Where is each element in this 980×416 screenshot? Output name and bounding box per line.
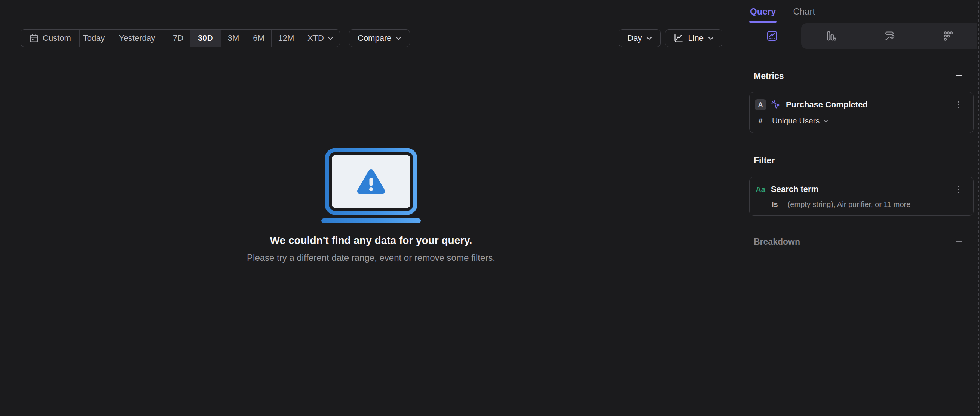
main-canvas: Custom Today Yesterday 7D 30D 3M 6M 12M … xyxy=(0,0,742,416)
add-metric-button[interactable] xyxy=(955,72,963,81)
report-tab-retention[interactable] xyxy=(919,23,977,49)
empty-state-title: We couldn't find any data for your query… xyxy=(270,234,473,247)
filter-values: (empty string), Air purifier, or 11 more xyxy=(788,200,911,209)
date-preset-label: Yesterday xyxy=(119,33,155,43)
date-preset-30d[interactable]: 30D xyxy=(190,30,221,47)
date-preset-custom[interactable]: Custom xyxy=(21,30,80,47)
filter-section-header: Filter xyxy=(749,154,974,167)
tab-query[interactable]: Query xyxy=(750,0,776,23)
filter-card[interactable]: Aa Search term Is (empty string), Air pu… xyxy=(749,177,974,216)
empty-state: We couldn't find any data for your query… xyxy=(0,148,742,263)
filter-operator: Is xyxy=(772,200,778,209)
series-letter-badge: A xyxy=(755,99,766,110)
plus-icon xyxy=(955,156,963,165)
date-preset-label: 6M xyxy=(253,33,264,43)
add-breakdown-button[interactable] xyxy=(955,237,963,247)
query-sidebar: Query Chart xyxy=(742,0,980,416)
sidebar-tabs: Query Chart xyxy=(743,0,980,23)
date-preset-6m[interactable]: 6M xyxy=(246,30,272,47)
add-filter-button[interactable] xyxy=(955,156,963,165)
granularity-button[interactable]: Day xyxy=(619,29,660,47)
query-builder: Metrics A xyxy=(743,49,980,248)
report-tab-insights[interactable] xyxy=(743,23,801,49)
date-preset-label: 7D xyxy=(173,33,183,43)
date-preset-3m[interactable]: 3M xyxy=(221,30,246,47)
sidebar-scrollbar[interactable] xyxy=(978,2,979,414)
breakdown-header-label: Breakdown xyxy=(754,237,800,247)
filter-header-label: Filter xyxy=(754,156,775,166)
date-preset-yesterday[interactable]: Yesterday xyxy=(108,30,166,47)
flows-icon xyxy=(884,30,895,41)
filter-kebab-menu[interactable] xyxy=(956,184,961,194)
chart-type-button[interactable]: Line xyxy=(665,29,722,47)
empty-state-subtitle: Please try a different date range, event… xyxy=(247,252,495,263)
date-preset-12m[interactable]: 12M xyxy=(272,30,301,47)
tab-chart[interactable]: Chart xyxy=(793,0,815,23)
metric-event-name: Purchase Completed xyxy=(786,100,868,110)
chevron-down-icon xyxy=(328,37,333,40)
chevron-down-icon xyxy=(708,37,714,40)
date-preset-today[interactable]: Today xyxy=(80,30,108,47)
aggregation-symbol: # xyxy=(755,117,766,125)
granularity-label: Day xyxy=(627,33,642,43)
app-root: Custom Today Yesterday 7D 30D 3M 6M 12M … xyxy=(0,0,980,416)
event-cursor-icon xyxy=(771,100,781,110)
toolbar-left-group: Custom Today Yesterday 7D 30D 3M 6M 12M … xyxy=(21,29,410,47)
calendar-icon xyxy=(29,33,39,43)
date-preset-xtd[interactable]: XTD xyxy=(301,30,340,47)
compare-button[interactable]: Compare xyxy=(349,29,410,47)
chevron-down-icon xyxy=(646,37,652,40)
metric-row-aggregation[interactable]: # Unique Users xyxy=(755,116,961,126)
filter-row-main: Aa Search term xyxy=(755,183,961,196)
plus-icon xyxy=(955,237,963,247)
filter-property-name: Search term xyxy=(771,185,818,194)
line-chart-icon xyxy=(674,33,683,43)
date-preset-label: 30D xyxy=(198,33,213,43)
report-tab-funnels[interactable] xyxy=(801,23,860,49)
plus-icon xyxy=(955,72,963,81)
date-preset-label: Custom xyxy=(43,33,71,43)
metrics-section-header: Metrics xyxy=(749,70,974,82)
chart-toolbar: Custom Today Yesterday 7D 30D 3M 6M 12M … xyxy=(21,29,722,47)
chevron-down-icon xyxy=(396,37,401,40)
string-property-icon: Aa xyxy=(755,185,766,194)
chevron-down-icon xyxy=(823,120,829,123)
metric-row-main: A Purchase Completed xyxy=(755,99,961,111)
report-type-tabs xyxy=(743,23,980,49)
chart-type-label: Line xyxy=(688,33,703,43)
tab-query-label: Query xyxy=(750,6,776,17)
filter-row-condition[interactable]: Is (empty string), Air purifier, or 11 m… xyxy=(755,200,961,209)
date-preset-label: 3M xyxy=(228,33,239,43)
report-tab-flows[interactable] xyxy=(860,23,919,49)
date-preset-label: XTD xyxy=(307,33,324,43)
date-range-picker: Custom Today Yesterday 7D 30D 3M 6M 12M … xyxy=(21,29,340,47)
breakdown-section-header: Breakdown xyxy=(749,235,974,248)
metric-card[interactable]: A Purchase Completed xyxy=(749,92,974,133)
insights-icon xyxy=(767,30,778,41)
report-tabs-strip xyxy=(801,23,977,49)
date-preset-label: 12M xyxy=(278,33,294,43)
retention-icon xyxy=(943,30,954,41)
compare-label: Compare xyxy=(358,33,391,43)
toolbar-right-group: Day Line xyxy=(619,29,722,47)
funnels-icon xyxy=(825,30,836,41)
metrics-header-label: Metrics xyxy=(754,71,784,81)
metric-kebab-menu[interactable] xyxy=(956,99,961,110)
date-preset-label: Today xyxy=(83,33,105,43)
aggregation-label: Unique Users xyxy=(772,116,819,125)
date-preset-7d[interactable]: 7D xyxy=(166,30,190,47)
tab-chart-label: Chart xyxy=(793,6,815,17)
no-data-laptop-illustration xyxy=(321,148,422,225)
